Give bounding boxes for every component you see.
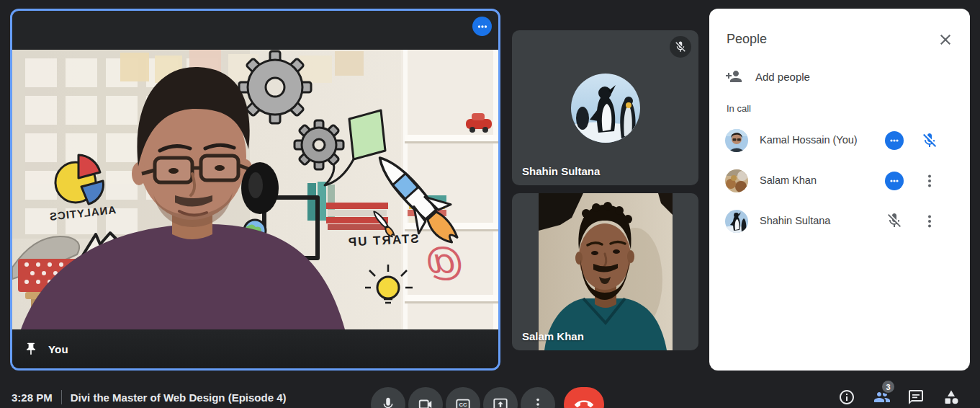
participant-tile-label: Shahin Sultana	[522, 165, 600, 177]
mic-off-icon	[921, 132, 938, 149]
meeting-info: 3:28 PM Divi the Master of Web Design (E…	[12, 390, 286, 404]
more-horizontal-icon	[889, 135, 900, 146]
participant-row: Salam Khan	[709, 161, 970, 201]
participant-name: Shahin Sultana	[760, 215, 830, 226]
tile-more-button[interactable]	[472, 17, 492, 36]
captions-button[interactable]: CC	[446, 387, 480, 408]
participant-row: Shahin Sultana	[709, 201, 970, 241]
pushpin-icon	[24, 342, 38, 356]
gear-doodle-small	[295, 120, 343, 169]
people-panel: People Add people In call	[709, 9, 970, 371]
captions-icon: CC	[455, 396, 471, 408]
participant-row: Kamal Hossain (You)	[709, 120, 970, 161]
flag-doodle	[349, 110, 385, 159]
participant-more-button[interactable]	[885, 172, 904, 190]
kebab-menu-icon	[921, 172, 938, 190]
self-name-overlay: You	[12, 329, 498, 368]
svg-text:CC: CC	[459, 402, 467, 408]
gear-doodle-large	[239, 51, 311, 123]
participant-name: Salam Khan	[760, 174, 817, 186]
avatar	[725, 210, 748, 233]
clock-time: 3:28 PM	[12, 391, 53, 404]
divider	[61, 390, 62, 404]
mic-off-icon	[886, 212, 903, 229]
doodle-text-at: @	[425, 239, 464, 283]
activities-icon	[943, 389, 960, 406]
close-panel-button[interactable]	[937, 31, 954, 48]
in-call-section-label: In call	[727, 103, 751, 114]
participant-menu-button[interactable]	[921, 213, 938, 230]
present-screen-icon	[493, 396, 508, 408]
tile-mic-muted-badge	[670, 36, 691, 58]
chat-icon	[907, 389, 925, 406]
activities-button[interactable]	[943, 389, 960, 406]
participant-menu-button[interactable]	[921, 172, 938, 190]
participant-count-badge: 3	[881, 379, 896, 394]
participant-tile-salam[interactable]: Salam Khan	[512, 193, 698, 350]
kebab-menu-icon	[530, 396, 546, 408]
avatar	[725, 169, 748, 192]
add-people-button[interactable]: Add people	[725, 68, 810, 85]
call-controls: CC	[371, 387, 604, 408]
kebab-menu-icon	[921, 213, 938, 230]
people-panel-title: People	[727, 32, 767, 47]
avatar	[571, 74, 640, 143]
meeting-details-button[interactable]	[838, 389, 855, 406]
camera-button[interactable]	[408, 387, 443, 408]
participant-tile-shahin[interactable]: Shahin Sultana	[512, 30, 698, 185]
mic-button[interactable]	[371, 387, 405, 408]
participant-tile-label: Salam Khan	[522, 330, 584, 342]
add-people-label: Add people	[755, 71, 810, 83]
mic-muted-indicator	[921, 132, 938, 149]
self-video-tile[interactable]: ANALYTICS START UP @	[10, 9, 500, 371]
videocam-icon	[418, 396, 433, 408]
info-icon	[838, 389, 855, 406]
self-video: ANALYTICS START UP @	[12, 50, 498, 329]
more-horizontal-icon	[889, 175, 900, 187]
participant-name: Kamal Hossain (You)	[760, 134, 858, 146]
close-icon	[937, 31, 954, 48]
more-horizontal-icon	[476, 20, 489, 33]
self-tile-label: You	[48, 343, 68, 355]
more-options-button[interactable]	[521, 387, 555, 408]
mic-icon	[380, 396, 396, 408]
chat-button[interactable]	[907, 389, 925, 406]
present-screen-button[interactable]	[483, 387, 518, 408]
person-add-icon	[725, 68, 742, 85]
end-call-icon	[575, 395, 593, 408]
participant-more-button[interactable]	[885, 131, 904, 150]
end-call-button[interactable]	[564, 387, 604, 408]
meet-window: ANALYTICS START UP @	[0, 0, 980, 408]
mic-muted-indicator	[886, 212, 904, 231]
participant-video	[539, 193, 673, 350]
avatar	[725, 129, 748, 152]
meeting-title: Divi the Master of Web Design (Episode 4…	[71, 391, 287, 404]
mic-off-icon	[674, 40, 687, 53]
